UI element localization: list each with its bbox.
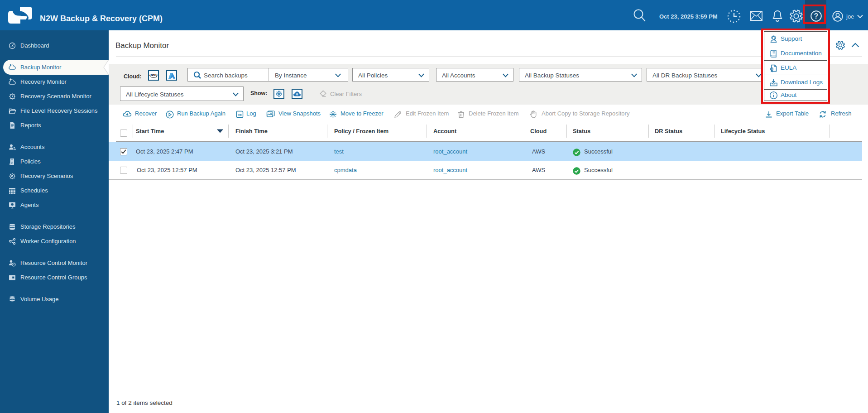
svg-text:aws: aws [149,72,158,77]
